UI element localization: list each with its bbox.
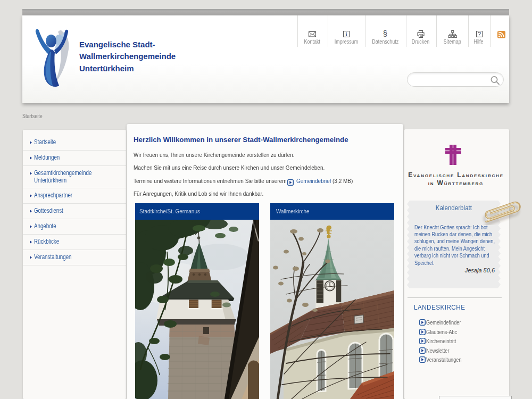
- svg-text:?: ?: [478, 31, 481, 37]
- svg-text:§: §: [383, 29, 387, 38]
- svg-text:i: i: [346, 31, 347, 37]
